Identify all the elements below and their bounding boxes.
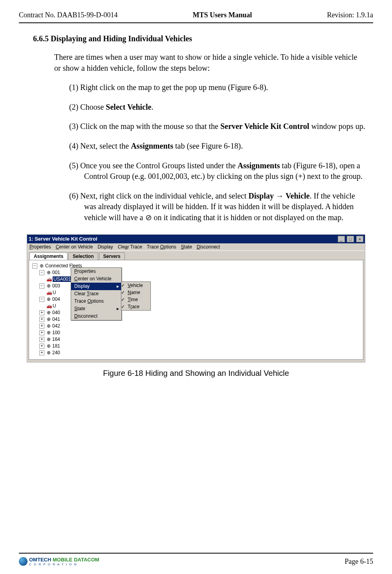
step-number: (3) <box>69 122 78 131</box>
step-text: Next, right click on the individual vehi… <box>78 191 248 200</box>
step-text: . <box>151 103 153 111</box>
step-bold: Select Vehicle <box>106 103 151 111</box>
tree-label: 042 <box>52 323 60 329</box>
context-submenu-display: Vehicle Name Time Trace <box>121 281 151 311</box>
collapse-icon[interactable]: − <box>39 270 44 275</box>
expand-icon[interactable]: + <box>39 310 44 315</box>
tab-selection[interactable]: Selection <box>68 252 98 260</box>
step-text: Choose <box>78 103 106 111</box>
tree-label: 164 <box>52 337 60 342</box>
ctx-item-center-on-vehicle[interactable]: Center on Vehicle <box>71 275 121 283</box>
sub-item-time[interactable]: Time <box>121 296 150 303</box>
step-number: (2) <box>69 103 78 111</box>
window-controls: _ □ × <box>337 236 363 242</box>
menu-item-properties[interactable]: Properties <box>29 244 51 250</box>
step-4: (4) Next, select the Assignments tab (se… <box>69 141 365 152</box>
tree-label: 181 <box>52 343 60 349</box>
tree-view[interactable]: −⊕Connected Fleets −⊕001 🚗USA001A −⊕003 … <box>29 260 363 360</box>
vehicle-icon: 🚗 <box>46 303 52 309</box>
header-left: Contract No. DAAB15-99-D-0014 <box>19 11 117 19</box>
group-icon: ⊕ <box>46 343 51 350</box>
header-right: Revision: 1.9.1a <box>327 11 373 19</box>
step-text: Next, select the <box>78 142 131 150</box>
page-footer: OMTECH MOBILE DATACOM C O R P O R A T I … <box>19 557 373 566</box>
page-header: Contract No. DAAB15-99-D-0014 MTS Users … <box>19 11 373 19</box>
group-icon: ⊕ <box>46 336 51 343</box>
tree-label: 004 <box>52 296 60 302</box>
menu-item-display[interactable]: Display <box>97 244 113 250</box>
step-2: (2) Choose Select Vehicle. <box>69 102 365 113</box>
step-text: tab (see Figure 6-18). <box>173 142 243 150</box>
close-button[interactable]: × <box>356 236 363 242</box>
group-icon: ⊕ <box>46 350 51 356</box>
ctx-item-properties[interactable]: Properties <box>71 268 121 275</box>
prohibit-icon: ⊘ <box>145 213 152 222</box>
ctx-item-clear-trace[interactable]: Clear Trace <box>71 290 121 298</box>
expand-icon[interactable]: + <box>39 330 44 335</box>
sub-item-name[interactable]: Name <box>121 289 150 296</box>
step-text: on it indicating that it is hidden or no… <box>152 213 344 222</box>
arrow-icon: → <box>274 191 286 200</box>
menu-item-state[interactable]: State <box>181 244 192 250</box>
sub-item-trace[interactable]: Trace <box>121 303 150 310</box>
group-icon: ⊕ <box>46 329 51 336</box>
figure-caption: Figure 6-18 Hiding and Showing an Indivi… <box>19 369 373 378</box>
globe-icon <box>19 557 27 566</box>
step-text: Right click on the map to get the pop up… <box>78 83 268 92</box>
tree-label: U <box>53 303 56 309</box>
tree-node-164[interactable]: +⊕164 <box>32 336 360 343</box>
screenshot-window: 1: Server Vehicle Kit Control _ □ × Prop… <box>27 234 365 362</box>
intro-paragraph: There are times when a user may want to … <box>54 52 365 74</box>
ctx-item-state[interactable]: State <box>71 305 121 313</box>
tree-node-240[interactable]: +⊕240 <box>32 350 360 356</box>
sub-item-vehicle[interactable]: Vehicle <box>121 282 150 289</box>
ctx-item-display[interactable]: Display <box>71 283 121 290</box>
menu-item-center-on-vehicle[interactable]: Center on Vehicle <box>56 244 93 250</box>
expand-icon[interactable]: + <box>39 324 44 329</box>
footer-rule <box>19 553 373 554</box>
tree-label: 003 <box>52 283 60 289</box>
step-bold: Server Vehicle Kit Control <box>220 122 309 131</box>
group-icon: ⊕ <box>46 283 51 289</box>
collapse-icon[interactable]: − <box>39 297 44 302</box>
step-6: (6) Next, right click on the individual … <box>69 191 365 223</box>
page-number: Page 6-15 <box>345 557 373 566</box>
expand-icon[interactable]: + <box>39 344 44 349</box>
step-bold: Assignments <box>238 161 280 170</box>
collapse-icon[interactable]: − <box>32 263 37 269</box>
vehicle-icon: 🚗 <box>46 289 52 296</box>
step-3: (3) Click on the map with the mouse so t… <box>69 121 365 132</box>
context-menu: Properties Center on Vehicle Display Cle… <box>71 267 122 320</box>
expand-icon[interactable]: + <box>39 337 44 342</box>
step-1: (1) Right click on the map to get the po… <box>69 82 365 93</box>
step-text: Once you see the Control Groups listed u… <box>78 161 237 170</box>
maximize-button[interactable]: □ <box>347 236 354 242</box>
step-number: (6) <box>69 191 78 200</box>
tree-node-100[interactable]: +⊕100 <box>32 329 360 336</box>
expand-icon[interactable]: + <box>39 350 44 355</box>
menu-item-clear-trace[interactable]: Clear Trace <box>118 244 142 250</box>
menu-item-trace-options[interactable]: Trace Options <box>147 244 176 250</box>
step-number: (5) <box>69 161 78 170</box>
vehicle-icon: 🚗 <box>46 276 52 283</box>
tree-node-181[interactable]: +⊕181 <box>32 343 360 350</box>
ctx-item-disconnect[interactable]: Disconnect <box>71 313 121 320</box>
tree-label: 040 <box>52 310 60 315</box>
minimize-button[interactable]: _ <box>338 236 345 242</box>
fleet-icon: ⊕ <box>39 263 44 269</box>
expand-icon[interactable]: + <box>39 317 44 322</box>
tab-assignments[interactable]: Assignments <box>29 252 68 260</box>
step-text: window pops up. <box>309 122 365 131</box>
step-bold: Vehicle <box>286 191 310 200</box>
logo-main-text: OMTECH <box>29 557 51 563</box>
window-titlebar[interactable]: 1: Server Vehicle Kit Control _ □ × <box>27 235 365 243</box>
collapse-icon[interactable]: − <box>39 283 44 289</box>
menu-item-disconnect[interactable]: Disconnect <box>197 244 220 250</box>
group-icon: ⊕ <box>46 269 51 276</box>
ctx-item-trace-options[interactable]: Trace Options <box>71 298 121 305</box>
tab-row: Assignments Selection Servers <box>27 251 365 260</box>
tree-node-042[interactable]: +⊕042 <box>32 323 360 329</box>
tree-label: 100 <box>52 330 60 335</box>
tab-servers[interactable]: Servers <box>99 252 125 260</box>
logo-sub-text: C O R P O R A T I O N <box>29 563 99 566</box>
